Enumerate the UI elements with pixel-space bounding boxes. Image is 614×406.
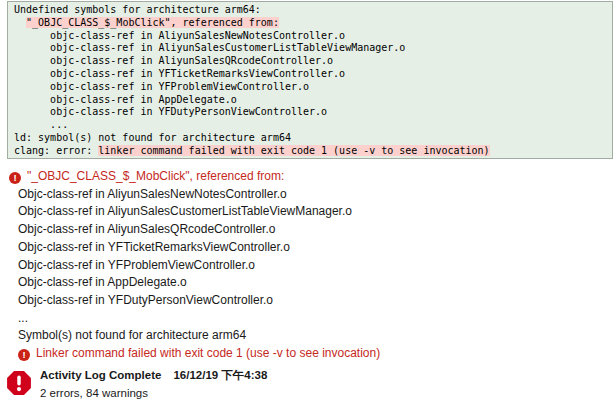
- issue-symbol-not-found[interactable]: Symbol(s) not found for architecture arm…: [18, 327, 614, 345]
- console-line: objc-class-ref in AliyunSalesQRcodeContr…: [14, 55, 608, 68]
- activity-log-summary: 2 errors, 84 warnings: [40, 387, 148, 399]
- issue-ref-row[interactable]: Objc-class-ref in YFProblemViewControlle…: [18, 257, 614, 275]
- console-line: objc-class-ref in YFProblemViewControlle…: [14, 81, 608, 94]
- console-line: Undefined symbols for architecture arm64…: [14, 4, 608, 17]
- console-line: objc-class-ref in AliyunSalesCustomerLis…: [14, 42, 608, 55]
- issue-ref-row[interactable]: Objc-class-ref in AppDelegate.o: [18, 274, 614, 292]
- activity-log-text: Activity Log Complete16/12/19 下午4:38 2 e…: [40, 365, 267, 401]
- activity-log-title: Activity Log Complete: [40, 369, 161, 381]
- issue-ref-row[interactable]: Objc-class-ref in YFTicketRemarksViewCon…: [18, 239, 614, 257]
- issue-linker-error[interactable]: !Linker command failed with exit code 1 …: [18, 345, 614, 363]
- issue-ref-row[interactable]: Objc-class-ref in AliyunSalesQRcodeContr…: [18, 221, 614, 239]
- console-log: Undefined symbols for architecture arm64…: [7, 1, 613, 159]
- console-line: objc-class-ref in AppDelegate.o: [14, 94, 608, 107]
- xcode-build-log-screen: Undefined symbols for architecture arm64…: [0, 0, 614, 406]
- issue-ref-row[interactable]: Objc-class-ref in YFDutyPersonViewContro…: [18, 292, 614, 310]
- console-line: objc-class-ref in YFTicketRemarksViewCon…: [14, 68, 608, 81]
- activity-log-row[interactable]: Activity Log Complete16/12/19 下午4:38 2 e…: [6, 365, 267, 401]
- error-circle-icon: !: [9, 172, 21, 184]
- issue-ellipsis: ...: [18, 310, 614, 328]
- issue-linker-error-label: Linker command failed with exit code 1 (…: [36, 346, 380, 360]
- console-line: objc-class-ref in YFDutyPersonViewContro…: [14, 106, 608, 119]
- issue-refs: Objc-class-ref in AliyunSalesNewNotesCon…: [18, 186, 614, 310]
- issue-ref-row[interactable]: Objc-class-ref in AliyunSalesNewNotesCon…: [18, 186, 614, 204]
- issue-error-symbol[interactable]: !"_OBJC_CLASS_$_MobClick", referenced fr…: [9, 168, 614, 186]
- error-circle-icon: !: [18, 349, 30, 361]
- console-line: objc-class-ref in AliyunSalesNewNotesCon…: [14, 30, 608, 43]
- console-line: ld: symbol(s) not found for architecture…: [14, 132, 608, 145]
- console-line: clang: error: linker command failed with…: [14, 145, 608, 158]
- activity-log-timestamp: 16/12/19 下午4:38: [173, 369, 267, 381]
- stop-error-icon: [6, 370, 32, 396]
- issue-list: !"_OBJC_CLASS_$_MobClick", referenced fr…: [18, 168, 614, 363]
- issue-ref-row[interactable]: Objc-class-ref in AliyunSalesCustomerLis…: [18, 203, 614, 221]
- issue-error-symbol-label: "_OBJC_CLASS_$_MobClick", referenced fro…: [27, 169, 284, 183]
- console-line: ...: [14, 119, 608, 132]
- console-line: "_OBJC_CLASS_$_MobClick", referenced fro…: [14, 17, 608, 30]
